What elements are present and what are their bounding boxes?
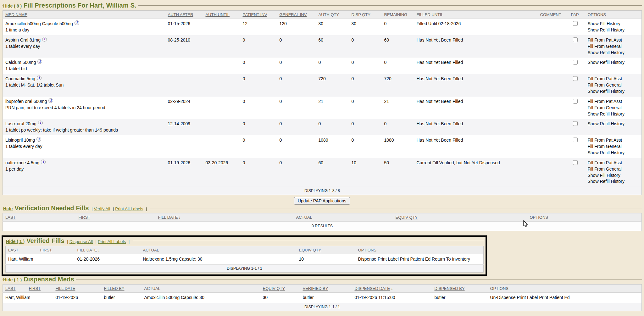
col-general-inv[interactable]: GENERAL INV [277,11,316,19]
option-link[interactable]: Fill From Pat Asst [588,76,639,82]
option-link[interactable]: Fill From Pat Asst [588,160,639,166]
dispense-link[interactable]: Dispense [358,257,376,262]
info-icon[interactable]: i [75,20,79,25]
pap-checkbox[interactable] [573,37,578,42]
col-first[interactable]: FIRST [76,213,156,221]
auth-qty-cell: 30 [316,19,349,35]
col-dispensed-date[interactable]: DISPENSED DATE↓ [352,285,432,293]
option-link[interactable]: Fill From General [588,144,639,150]
col-last[interactable]: LAST [3,213,76,221]
pap-checkbox[interactable] [573,138,578,142]
info-icon[interactable]: i [48,98,53,103]
option-link[interactable]: Show Refill History [588,88,639,95]
option-link[interactable]: Fill From Pat Asst [588,99,639,105]
print-all-labels-link[interactable]: Print All Labels [115,206,143,211]
option-link[interactable]: Show Refill History [588,27,639,33]
info-icon[interactable]: i [38,121,43,125]
option-link[interactable]: Fill From Pat Asst [588,137,639,144]
info-icon[interactable]: i [41,160,46,164]
fill-prescriptions-fieldset: Hide ( 8 )Fill Prescriptions For Hart, W… [2,2,642,205]
return-to-inventory-link[interactable]: Return To Inventory [432,257,470,262]
verified-fills-highlight-box: Hide ( 1 )Verified Fills |Dispense All |… [2,235,487,276]
print-patient-ed-link[interactable]: Print Patient Ed [539,295,569,300]
option-link[interactable]: Fill From General [588,82,639,88]
col-fill-date[interactable]: FILL DATE↓ [75,246,141,254]
pap-checkbox[interactable] [573,121,578,126]
col-first[interactable]: FIRST [38,246,75,254]
option-link[interactable]: Show Fill History [588,21,639,27]
hide-toggle-link[interactable]: Hide ( 1 ) [3,277,22,282]
col-verified-by[interactable]: VERIFIED BY [300,285,352,293]
option-link[interactable]: Show Refill History [588,59,639,66]
med-instructions: PRN pain, not to exceed 4 tablets in 24 … [5,105,163,111]
pap-checkbox[interactable] [573,76,578,81]
med-cell: naltrexone 4.5mgi 1 per day [3,158,165,187]
option-link[interactable]: Show Refill History [588,178,639,185]
dispense-all-link[interactable]: Dispense All [69,239,93,244]
pap-cell [569,19,585,35]
col-auth-after[interactable]: AUTH AFTER [165,11,203,19]
paging-row: DISPLAYING 1-1 / 1 [6,265,484,273]
option-link[interactable]: Show Refill History [588,150,639,156]
print-label-link[interactable]: Print Label [517,295,538,300]
separator: | [146,206,147,211]
col-fill-date[interactable]: FILL DATE↓ [156,213,294,221]
equiv-qty-cell: 30 [260,293,300,303]
col-patient-inv[interactable]: PATIENT INV [240,11,277,19]
general-inv-cell: 0 [277,119,316,135]
patient-inv-cell: 0 [240,119,277,135]
option-link[interactable]: Fill From General [588,43,639,50]
option-link[interactable]: Fill From General [588,105,639,111]
col-fill-date[interactable]: FILL DATE [53,285,102,293]
auth-until-cell [203,35,240,58]
col-last[interactable]: LAST [3,285,26,293]
auth-after-cell [165,135,203,158]
info-icon[interactable]: i [36,137,41,142]
pap-checkbox[interactable] [573,160,578,165]
disp-qty-cell: 30 [349,19,382,35]
dispensed-meds-fieldset: Hide ( 1 )Dispensed Meds LAST FIRST FILL… [2,276,642,311]
option-link[interactable]: Fill From Pat Asst [588,37,639,43]
col-dispensed-by[interactable]: DISPENSED BY [432,285,488,293]
col-med-name[interactable]: MED NAME [3,11,165,19]
table-header-row: LAST FIRST FILL DATE↓ ACTUAL EQUIV QTY O… [6,246,484,254]
print-patient-ed-link[interactable]: Print Patient Ed [400,257,430,262]
option-link[interactable]: Show Refill History [588,121,639,127]
pap-cell [569,119,585,135]
hide-toggle-link[interactable]: Hide ( 8 ) [3,3,22,8]
update-pap-applications-button[interactable]: Update PAP Applications [294,197,350,205]
table-header-row: LAST FIRST FILL DATE↓ ACTUAL EQUIV QTY O… [3,213,642,221]
med-instructions: 1 tablet M- Sat, 1/2 tablet Sun [5,82,163,88]
pap-checkbox[interactable] [573,21,578,26]
options-cell: Fill From Pat Asst Fill From General Sho… [585,97,642,119]
auth-until-cell [203,74,240,97]
med-instructions: 1 per day [5,166,163,172]
col-filled-by[interactable]: FILLED BY [102,285,142,293]
pap-checkbox[interactable] [573,99,578,104]
hide-toggle-link[interactable]: Hide ( 1 ) [6,239,25,244]
pap-checkbox[interactable] [573,60,578,65]
option-link[interactable]: Show Refill History [588,50,639,56]
info-icon[interactable]: i [42,37,47,42]
col-last[interactable]: LAST [6,246,38,254]
dispensed-meds-legend: Hide ( 1 )Dispensed Meds [3,276,76,283]
un-dispense-link[interactable]: Un-Dispense [490,295,516,300]
verify-all-link[interactable]: Verify All [94,206,110,211]
separator: | [92,206,93,211]
auth-qty-cell: 60 [316,35,349,58]
col-auth-until[interactable]: AUTH UNTIL [203,11,240,19]
col-equiv-qty[interactable]: EQUIV QTY [297,246,356,254]
print-label-link[interactable]: Print Label [378,257,399,262]
separator: | [95,239,97,244]
info-icon[interactable]: i [37,76,42,80]
hide-toggle-link[interactable]: Hide [3,206,13,211]
option-link[interactable]: Show Fill History [588,172,639,179]
col-first[interactable]: FIRST [26,285,53,293]
remaining-cell: 50 [382,158,414,187]
col-equiv-qty[interactable]: EQUIV QTY [260,285,300,293]
col-equiv-qty[interactable]: EQUIV QTY [393,213,527,221]
option-link[interactable]: Show Refill History [588,111,639,117]
option-link[interactable]: Fill From General [588,166,639,172]
info-icon[interactable]: i [37,59,42,64]
print-all-labels-link[interactable]: Print All Labels [98,239,126,244]
